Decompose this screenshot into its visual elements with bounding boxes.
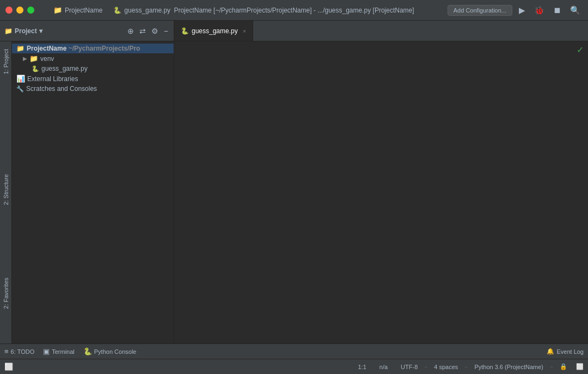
- tab-filename: guess_game.py: [192, 27, 238, 35]
- event-log-label: Event Log: [556, 348, 584, 355]
- tree-item-external-libs[interactable]: 📊 External Libraries: [12, 73, 174, 84]
- encoding-label[interactable]: UTF-8: [401, 364, 418, 370]
- title-tabs: 📁 ProjectName 🐍 guess_game.py: [49, 0, 175, 20]
- project-panel-header: 📁 Project ▾ ⊕ ⇄ ⚙ −: [0, 21, 174, 41]
- tree-item-scratches[interactable]: 🔧 Scratches and Consoles: [12, 84, 174, 94]
- title-tab-file[interactable]: 🐍 guess_game.py: [109, 7, 175, 14]
- event-log-icon: 🔔: [547, 348, 554, 355]
- terminal-button[interactable]: ▣ Terminal: [43, 347, 75, 355]
- bottom-right: 🔔 Event Log: [547, 348, 584, 355]
- bottom-toolbar: ≡ 6: TODO ▣ Terminal 🐍 Python Console 🔔 …: [0, 344, 588, 359]
- editor-tab-guess-game[interactable]: 🐍 guess_game.py ×: [174, 21, 253, 41]
- second-toolbar: 📁 Project ▾ ⊕ ⇄ ⚙ − 🐍 guess_game.py ×: [0, 21, 588, 41]
- python-console-button[interactable]: 🐍 Python Console: [83, 347, 137, 355]
- scratches-label: Scratches and Consoles: [26, 85, 97, 93]
- tree-root[interactable]: 📁 ProjectName ~/PycharmProjects/Pro: [12, 44, 174, 53]
- structure-panel-toggle[interactable]: 2: Structure: [2, 172, 10, 207]
- title-tab-project-label: ProjectName: [65, 7, 102, 14]
- expand-layout-icon: ⬜: [576, 363, 584, 370]
- venv-folder-icon: 📁: [29, 54, 38, 63]
- event-log-button[interactable]: 🔔 Event Log: [547, 348, 584, 355]
- left-gutter: 1: Project 2: Structure 2: Favorites: [0, 41, 12, 344]
- tab-close-button[interactable]: ×: [243, 28, 246, 34]
- venv-label: venv: [40, 55, 54, 63]
- favorites-panel-toggle[interactable]: 2: Favorites: [2, 275, 10, 311]
- external-libs-label: External Libraries: [27, 75, 78, 83]
- add-configuration-button[interactable]: Add Configuration...: [448, 5, 512, 16]
- window-controls: [5, 7, 34, 14]
- folder-icon-sm: 📁: [4, 27, 13, 35]
- title-tab-project[interactable]: 📁 ProjectName: [49, 6, 107, 14]
- py-file-icon: 🐍: [113, 7, 121, 14]
- na-indicator: n/a: [379, 364, 388, 370]
- cursor-position[interactable]: 1:1: [358, 364, 366, 370]
- tree-item-venv[interactable]: ▶ 📁 venv: [12, 53, 174, 64]
- toolbar-right: Add Configuration... ▶ 🐞 ⏹ 🔍: [448, 4, 583, 16]
- editor-tabs-bar: 🐍 guess_game.py ×: [174, 21, 588, 41]
- spaces-label[interactable]: 4 spaces: [434, 364, 458, 370]
- sep2: ÷: [424, 364, 427, 370]
- python-version-label[interactable]: Python 3.6 (ProjectName): [474, 364, 543, 370]
- main-area: 1: Project 2: Structure 2: Favorites 📁 P…: [0, 41, 588, 344]
- dropdown-arrow: ▾: [39, 27, 42, 35]
- panel-tools: ⊕ ⇄ ⚙ −: [126, 26, 169, 36]
- close-button[interactable]: [5, 7, 13, 14]
- guess-game-icon: 🐍: [32, 65, 39, 72]
- minus-icon-button[interactable]: −: [163, 26, 169, 36]
- window-title: ProjectName [~/PycharmProjects/ProjectNa…: [174, 7, 414, 14]
- ext-lib-icon: 📊: [16, 75, 25, 83]
- maximize-button[interactable]: [27, 7, 34, 14]
- terminal-label: Terminal: [52, 348, 75, 355]
- title-bar: 📁 ProjectName 🐍 guess_game.py ProjectNam…: [0, 0, 588, 21]
- debug-button[interactable]: 🐞: [532, 4, 547, 16]
- arrow-icon: ▶: [23, 56, 27, 62]
- lock-icon: 🔒: [560, 363, 567, 370]
- project-panel-label[interactable]: 📁 Project ▾: [4, 27, 42, 35]
- title-tab-file-label: guess_game.py: [124, 7, 170, 14]
- tree-item-guess-game[interactable]: 🐍 guess_game.py: [12, 64, 174, 73]
- terminal-icon: ▣: [43, 347, 50, 355]
- folder-icon: 📁: [53, 6, 62, 14]
- status-bar: ⬜ 1:1 n/a UTF-8 ÷ 4 spaces ÷ Python 3.6 …: [0, 359, 588, 374]
- guess-game-label: guess_game.py: [41, 65, 88, 72]
- root-label: ProjectName ~/PycharmProjects/Pro: [27, 45, 140, 52]
- stop-button[interactable]: ⏹: [551, 4, 564, 16]
- sync-icon-button[interactable]: ⇄: [138, 26, 147, 36]
- sep3: ÷: [464, 364, 468, 370]
- checkmark-icon: ✓: [577, 45, 584, 55]
- minimize-button[interactable]: [16, 7, 23, 14]
- sep4: ÷: [550, 364, 553, 370]
- editor-area[interactable]: ✓: [174, 41, 588, 344]
- root-folder-icon: 📁: [16, 45, 24, 52]
- expand-icon[interactable]: ⬜: [4, 363, 13, 371]
- python-console-icon: 🐍: [83, 347, 92, 355]
- settings-icon-button[interactable]: ⚙: [150, 26, 160, 36]
- search-button[interactable]: 🔍: [568, 4, 583, 16]
- todo-button[interactable]: ≡ 6: TODO: [4, 347, 34, 355]
- project-label: Project: [15, 27, 37, 35]
- status-right: 1:1 n/a UTF-8 ÷ 4 spaces ÷ Python 3.6 (P…: [358, 363, 584, 370]
- python-console-label: Python Console: [94, 348, 137, 355]
- add-icon-button[interactable]: ⊕: [126, 26, 135, 36]
- run-button[interactable]: ▶: [517, 4, 528, 16]
- scratch-icon: 🔧: [16, 85, 24, 93]
- todo-label: 6: TODO: [11, 348, 35, 355]
- project-panel: 📁 ProjectName ~/PycharmProjects/Pro ▶ 📁 …: [12, 41, 174, 344]
- tab-py-icon: 🐍: [181, 27, 189, 35]
- expand-button-container: ⬜: [4, 363, 13, 371]
- project-panel-toggle[interactable]: 1: Project: [2, 47, 10, 76]
- todo-icon: ≡: [4, 347, 9, 355]
